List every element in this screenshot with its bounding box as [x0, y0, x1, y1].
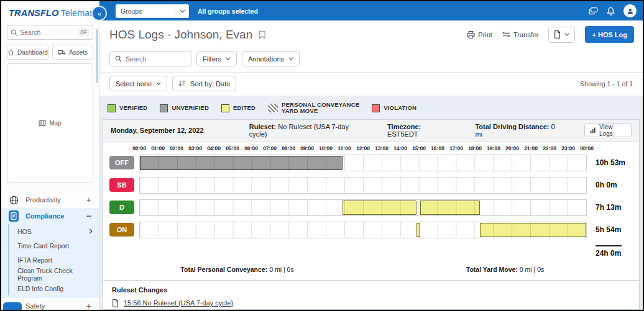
sidebar-item-hos[interactable]: HOS [9, 224, 99, 238]
legend-label: VIOLATION [384, 105, 416, 111]
hatch-swatch-icon [268, 104, 278, 112]
duty-segment-edited[interactable] [343, 201, 417, 215]
sidebar-item-clean-truck-check-program[interactable]: Clean Truck Check Program [9, 267, 99, 281]
sort-button[interactable]: Sort by: Date [172, 76, 236, 91]
assets-button[interactable]: Assets [52, 45, 93, 60]
duty-status-badge-sb: SB [109, 178, 134, 192]
conveyance-totals: Total Personal Conveyance: 0 mi | 0s Tot… [103, 258, 639, 280]
chevron-down-icon [175, 9, 189, 13]
sidebar: TRANSFLOTelematics 0F Dashboard Assets M… [1, 1, 99, 310]
duty-segment-edited[interactable] [480, 223, 586, 237]
logs-search-input[interactable] [126, 55, 175, 63]
log-driving-distance: Total Driving Distance: 0 mi [475, 123, 559, 138]
status-legend: VERIFIEDUNVERIFIEDEDITEDPERSONAL CONVEYA… [103, 99, 640, 119]
sidebar-item-label: Safety [25, 302, 86, 310]
sidebar-collapse-button[interactable]: « [91, 6, 107, 21]
total-yard-move: Total Yard Move: 0 mi | 0s [371, 266, 639, 273]
search-shortcut-badge: 0F [78, 29, 90, 36]
ruleset-change-entry[interactable]: 15:56 No Ruleset (USA 7-day cycle) [112, 299, 630, 307]
conversations-icon[interactable] [589, 7, 598, 15]
logs-search[interactable] [109, 51, 191, 66]
filters-dropdown[interactable]: Filters [196, 51, 237, 66]
view-logs-button[interactable]: View Logs [584, 124, 632, 137]
brand-name: TRANSFLO [9, 8, 59, 18]
chevron-down-icon [226, 57, 231, 60]
sidebar-item-ifta-report[interactable]: IFTA Report [9, 253, 99, 267]
page-header: HOS Logs - Johnson, Evan Print Transfer … [99, 20, 643, 47]
duty-band-on[interactable] [139, 222, 587, 238]
axis-tick-label: 03:00 [188, 145, 202, 151]
assets-label: Assets [69, 49, 88, 56]
axis-tick-label: 17:00 [449, 145, 463, 151]
duty-duration-sb: 0h 0m [587, 181, 632, 189]
duty-band-off[interactable] [139, 155, 587, 171]
duty-segment-edited[interactable] [416, 223, 420, 237]
axis-tick-label: 23:00 [561, 145, 575, 151]
select-dropdown[interactable]: Select none [109, 76, 167, 91]
page-title: HOS Logs - Johnson, Evan [109, 28, 252, 42]
axis-tick-label: 09:00 [300, 145, 314, 151]
expand-icon[interactable]: + [86, 301, 91, 310]
axis-tick-label: 10:00 [319, 145, 333, 151]
sidebar-item-label: IFTA Report [17, 256, 93, 264]
duty-status-badge-on: ON [109, 223, 134, 237]
transfer-button[interactable]: Transfer [502, 31, 539, 38]
sidebar-search[interactable]: 0F [7, 25, 93, 40]
dashboard-button[interactable]: Dashboard [7, 45, 48, 60]
color-swatch-icon [221, 104, 229, 112]
expand-icon[interactable]: + [86, 195, 91, 205]
view-logs-label: View Logs [599, 124, 626, 137]
app-window: TRANSFLOTelematics 0F Dashboard Assets M… [0, 0, 644, 311]
print-icon [467, 31, 475, 38]
hos-log-card: Monday, September 12, 2022 Ruleset: No R… [103, 119, 640, 310]
results-count: Showing 1 - 1 of 1 [580, 80, 633, 88]
axis-tick-label: 13:00 [375, 145, 389, 151]
collapse-icon[interactable]: − [86, 211, 91, 221]
select-label: Select none [116, 80, 152, 88]
export-document-dropdown[interactable] [548, 27, 575, 43]
help-widget[interactable] [3, 302, 22, 310]
axis-tick-label: 02:00 [170, 145, 183, 151]
print-button[interactable]: Print [467, 31, 492, 38]
home-icon [7, 49, 14, 56]
sidebar-search-input[interactable] [20, 29, 78, 36]
dashboard-label: Dashboard [17, 49, 48, 56]
bookmark-icon[interactable] [259, 30, 266, 39]
log-date: Monday, September 12, 2022 [111, 127, 249, 134]
map-button[interactable]: Map [7, 63, 93, 183]
sidebar-scrollbar[interactable] [96, 29, 98, 83]
sidebar-item-time-card-report[interactable]: Time Card Report [9, 238, 99, 253]
notifications-bell-icon[interactable] [607, 7, 615, 16]
add-hos-log-button[interactable]: + HOS Log [585, 26, 634, 43]
globe-icon [9, 195, 19, 205]
duty-duration-off: 10h 53m [587, 158, 632, 167]
duty-row-on: ON5h 54m [109, 222, 632, 238]
axis-tick-label: 00:00 [132, 145, 146, 151]
duty-segment-edited[interactable] [420, 201, 480, 215]
time-axis: 00:0001:0002:0003:0004:0005:0006:0007:00… [139, 145, 587, 155]
duty-row-d: D7h 13m [109, 199, 632, 216]
axis-tick-label: 15:00 [412, 145, 426, 151]
sidebar-item-compliance[interactable]: Compliance− [1, 208, 99, 224]
axis-tick-label: 06:00 [244, 145, 258, 151]
legend-label: EDITED [233, 105, 255, 111]
legend-label: UNVERIFIED [172, 105, 209, 111]
user-avatar[interactable] [623, 4, 637, 17]
duty-row-off: OFF10h 53m [109, 155, 632, 171]
groups-select[interactable]: Groups [116, 4, 189, 18]
sidebar-item-label: Compliance [25, 212, 86, 220]
truck-icon [58, 49, 66, 56]
annotations-dropdown[interactable]: Annotations [242, 51, 300, 66]
duty-band-sb[interactable] [139, 177, 587, 194]
axis-tick-label: 20:00 [505, 145, 519, 151]
chevron-down-icon [288, 57, 293, 60]
transfer-arrows-icon [502, 31, 510, 38]
filters-label: Filters [203, 55, 221, 63]
duty-segment-unverified[interactable] [140, 156, 343, 170]
sidebar-item-productivity[interactable]: Productivity+ [1, 192, 99, 208]
sidebar-item-eld-info-config[interactable]: ELD Info Config [9, 281, 99, 295]
list-toolbar: Select none Sort by: Date Showing 1 - 1 … [99, 73, 643, 96]
legend-item-verified: VERIFIED [108, 104, 147, 112]
duty-band-d[interactable] [139, 199, 587, 216]
ruleset-change-link[interactable]: 15:56 No Ruleset (USA 7-day cycle) [124, 299, 233, 307]
